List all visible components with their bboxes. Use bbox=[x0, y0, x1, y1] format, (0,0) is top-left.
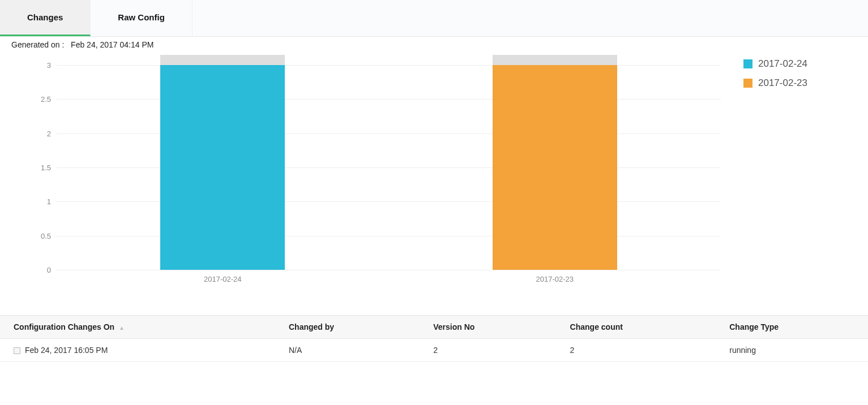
y-tick-label: 2 bbox=[28, 129, 51, 137]
legend-label: 2017-02-23 bbox=[758, 77, 807, 89]
col-change-type[interactable]: Change Type bbox=[716, 316, 868, 339]
tabs: Changes Raw Config bbox=[0, 0, 868, 37]
y-tick-label: 1 bbox=[28, 197, 51, 206]
y-tick-label: 3 bbox=[28, 61, 51, 70]
generated-label: Generated on : bbox=[11, 40, 64, 49]
y-tick-label: 0 bbox=[28, 266, 51, 274]
tab-changes[interactable]: Changes bbox=[0, 0, 91, 36]
cell-change-count: 2 bbox=[557, 339, 716, 362]
sort-asc-icon: ▲ bbox=[119, 325, 125, 331]
col-config-changes-on[interactable]: Configuration Changes On ▲ bbox=[0, 316, 275, 339]
bar[interactable] bbox=[493, 55, 617, 270]
bar-value bbox=[160, 65, 285, 270]
y-tick-label: 1.5 bbox=[28, 163, 51, 172]
changes-table: Configuration Changes On ▲ Changed by Ve… bbox=[0, 315, 868, 362]
col-label: Configuration Changes On bbox=[14, 322, 114, 331]
bar-group: 2017-02-23 bbox=[389, 55, 721, 270]
y-tick-label: 0.5 bbox=[28, 231, 51, 240]
cell-changed-by: N/A bbox=[275, 339, 420, 362]
chart-legend: 2017-02-242017-02-23 bbox=[732, 49, 857, 287]
table-header-row: Configuration Changes On ▲ Changed by Ve… bbox=[0, 316, 868, 339]
legend-swatch-icon bbox=[743, 79, 752, 88]
generated-value: Feb 24, 2017 04:14 PM bbox=[71, 40, 153, 49]
x-tick-label: 2017-02-23 bbox=[536, 275, 574, 283]
x-tick-label: 2017-02-24 bbox=[204, 275, 242, 283]
cell-version-no: 2 bbox=[420, 339, 556, 362]
bar-value bbox=[493, 65, 617, 270]
table-row[interactable]: Feb 24, 2017 16:05 PMN/A22running bbox=[0, 339, 868, 362]
tab-raw-config[interactable]: Raw Config bbox=[91, 0, 193, 36]
cell-config-changes-on: Feb 24, 2017 16:05 PM bbox=[25, 346, 108, 355]
legend-label: 2017-02-24 bbox=[758, 58, 807, 70]
bar-group: 2017-02-24 bbox=[57, 55, 389, 270]
cell: Feb 24, 2017 16:05 PM bbox=[0, 339, 275, 362]
bar[interactable] bbox=[160, 55, 285, 270]
gridline bbox=[57, 270, 721, 270]
col-change-count[interactable]: Change count bbox=[557, 316, 716, 339]
y-tick-label: 2.5 bbox=[28, 95, 51, 104]
changes-bar-chart: 00.511.522.532017-02-242017-02-23 bbox=[11, 49, 732, 287]
generated-on: Generated on : Feb 24, 2017 04:14 PM bbox=[0, 37, 868, 49]
cell-change-type: running bbox=[716, 339, 868, 362]
col-version-no[interactable]: Version No bbox=[420, 316, 556, 339]
legend-swatch-icon bbox=[743, 59, 752, 68]
legend-item[interactable]: 2017-02-24 bbox=[743, 58, 857, 70]
col-changed-by[interactable]: Changed by bbox=[275, 316, 420, 339]
expand-icon[interactable] bbox=[14, 347, 20, 354]
legend-item[interactable]: 2017-02-23 bbox=[743, 77, 857, 89]
